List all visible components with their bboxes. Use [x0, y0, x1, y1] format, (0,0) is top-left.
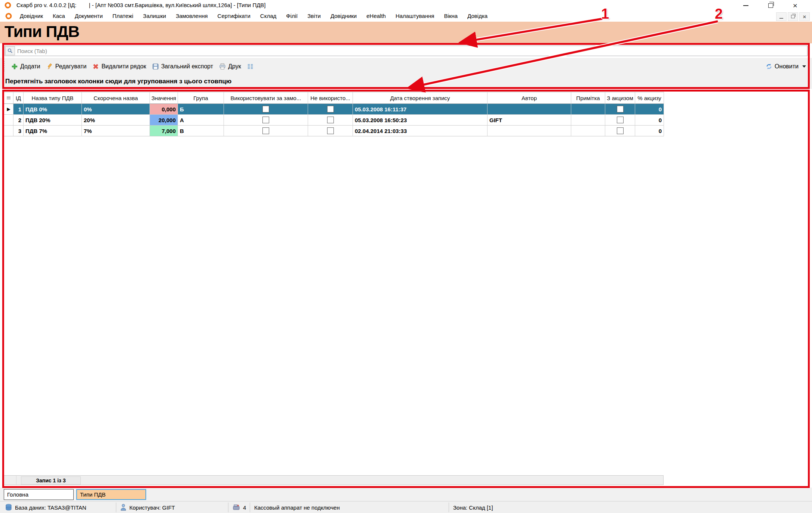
- gutter-header-cell[interactable]: [4, 92, 13, 104]
- column-header-5[interactable]: Група: [178, 92, 224, 104]
- grid-footer-divider: [16, 476, 16, 485]
- user-status-text: Користувач: GIFT: [129, 504, 175, 511]
- menu-nalashtuvannia[interactable]: Налаштування: [391, 10, 439, 22]
- tab-typy-pdv[interactable]: Типи ПДВ: [76, 489, 146, 500]
- cell-use_default[interactable]: [224, 104, 308, 115]
- table-row[interactable]: 2ПДВ 20%20%20,000А05.03.2008 16:50:23GIF…: [4, 115, 664, 126]
- checkbox-not_used[interactable]: [327, 106, 334, 112]
- menu-zvity[interactable]: Звіти: [302, 10, 326, 22]
- window-title: Скарб pro v. 4.0.0.2 [ІД: | - [Апт №003 …: [16, 0, 266, 10]
- cell-excise[interactable]: [605, 126, 635, 136]
- status-separator: [449, 503, 449, 512]
- menu-sertyfikaty[interactable]: Сертифікати: [213, 10, 255, 22]
- app-logo-icon-small: [5, 13, 12, 19]
- cell-use_default[interactable]: [224, 115, 308, 126]
- export-button[interactable]: Загальний експорт: [149, 62, 216, 71]
- refresh-dropdown-caret[interactable]: [802, 65, 806, 68]
- column-header-11[interactable]: З акцизом: [605, 92, 635, 104]
- close-button[interactable]: ×: [789, 1, 802, 10]
- tab-holovna[interactable]: Головна: [4, 489, 74, 500]
- cell-not_used[interactable]: [308, 115, 353, 126]
- checkbox-use_default[interactable]: [262, 106, 269, 112]
- menu-filii[interactable]: Філії: [281, 10, 302, 22]
- minimize-icon: [743, 5, 748, 6]
- cell-value: 0,000: [150, 104, 178, 115]
- menu-zalyshky[interactable]: Залишки: [138, 10, 171, 22]
- toolbar-drag-handle[interactable]: [3, 61, 4, 72]
- menu-sklad[interactable]: Склад: [255, 10, 281, 22]
- refresh-button[interactable]: Оновити: [763, 62, 802, 71]
- menu-vikna[interactable]: Вікна: [439, 10, 463, 22]
- column-header-2[interactable]: Назва типу ПДВ: [24, 92, 82, 104]
- checkbox-excise[interactable]: [617, 106, 624, 112]
- menu-dovidnyk[interactable]: Довідник: [15, 10, 48, 22]
- column-header-9[interactable]: Автор: [487, 92, 571, 104]
- restore-button[interactable]: [764, 1, 777, 10]
- grid-options-icon: [7, 96, 10, 100]
- add-button[interactable]: Додати: [8, 62, 43, 71]
- cell-created: 05.03.2008 16:11:37: [353, 104, 487, 115]
- checkbox-not_used[interactable]: [327, 127, 334, 134]
- menu-dovidnyky[interactable]: Довідники: [326, 10, 362, 22]
- refresh-icon: [766, 63, 772, 70]
- delete-row-button-label: Видалити рядок: [101, 63, 146, 70]
- column-header-3[interactable]: Скорочена назва: [82, 92, 150, 104]
- cell-excise[interactable]: [605, 115, 635, 126]
- column-header-8[interactable]: Дата створення запису: [353, 92, 487, 104]
- edit-button[interactable]: Редагувати: [43, 62, 90, 71]
- cell-note: [571, 104, 605, 115]
- printer-icon: [219, 63, 226, 70]
- checkbox-use_default[interactable]: [262, 127, 269, 134]
- pencil-icon: [46, 63, 53, 70]
- cell-value: 7,000: [150, 126, 178, 136]
- app-logo-icon: [4, 2, 11, 9]
- cell-group: Б: [178, 104, 224, 115]
- mdi-restore-button[interactable]: [788, 12, 798, 21]
- cell-excise[interactable]: [605, 104, 635, 115]
- column-header-6[interactable]: Використовувати за замо...: [224, 92, 308, 104]
- menu-dokumenty[interactable]: Документи: [70, 10, 108, 22]
- column-header-1[interactable]: ІД: [13, 92, 24, 104]
- checkbox-not_used[interactable]: [327, 117, 334, 123]
- mdi-close-button[interactable]: ×: [799, 12, 810, 21]
- group-by-panel[interactable]: Перетягніть заголовок колонки сюди для у…: [0, 75, 812, 89]
- menu-kasa[interactable]: Каса: [48, 10, 70, 22]
- cell-not_used[interactable]: [308, 126, 353, 136]
- menu-ehealth[interactable]: eHealth: [362, 10, 391, 22]
- cell-id: 3: [13, 126, 24, 136]
- delete-row-button[interactable]: Видалити рядок: [89, 62, 149, 71]
- table-row[interactable]: 3ПДВ 7%7%7,000В02.04.2014 21:03:330: [4, 126, 664, 136]
- cell-not_used[interactable]: [308, 104, 353, 115]
- choose-columns-button[interactable]: [244, 62, 257, 71]
- mdi-minimize-button[interactable]: [776, 12, 787, 21]
- page-header-band: Типи ПДВ: [0, 22, 812, 43]
- floppy-disk-icon: [152, 63, 159, 70]
- cell-author: [487, 104, 571, 115]
- menu-platezhi[interactable]: Платежі: [108, 10, 138, 22]
- status-separator: [116, 503, 116, 512]
- cell-note: [571, 115, 605, 126]
- cell-use_default[interactable]: [224, 126, 308, 136]
- close-icon: ×: [793, 2, 797, 9]
- menu-dovidka[interactable]: Довідка: [462, 10, 492, 22]
- column-header-12[interactable]: % акцизу: [635, 92, 664, 104]
- menu-bar: Довідник Каса Документи Платежі Залишки …: [0, 10, 812, 22]
- cell-excise_pct: 0: [635, 104, 664, 115]
- table-row[interactable]: ▶1ПДВ 0%0%0,000Б05.03.2008 16:11:370: [4, 104, 664, 115]
- column-header-7[interactable]: Не використо...: [308, 92, 353, 104]
- cell-author: GIFT: [487, 115, 571, 126]
- grid-footer-bar: Запис 1 із 3: [4, 475, 664, 485]
- column-header-10[interactable]: Примітка: [571, 92, 605, 104]
- checkbox-excise[interactable]: [617, 117, 624, 123]
- checkbox-excise[interactable]: [617, 127, 624, 134]
- record-counter: Запис 1 із 3: [21, 476, 81, 485]
- search-icon-button[interactable]: [5, 46, 15, 55]
- column-header-4[interactable]: Значення: [150, 92, 178, 104]
- menu-zamovlennia[interactable]: Замовлення: [171, 10, 212, 22]
- minimize-button[interactable]: [739, 1, 752, 10]
- search-input[interactable]: Поиск (Tab): [4, 46, 808, 56]
- checkbox-use_default[interactable]: [262, 117, 269, 123]
- mdi-minimize-icon: [779, 18, 783, 19]
- app-window: Скарб pro v. 4.0.0.2 [ІД: | - [Апт №003 …: [0, 0, 812, 513]
- print-button[interactable]: Друк: [216, 62, 244, 71]
